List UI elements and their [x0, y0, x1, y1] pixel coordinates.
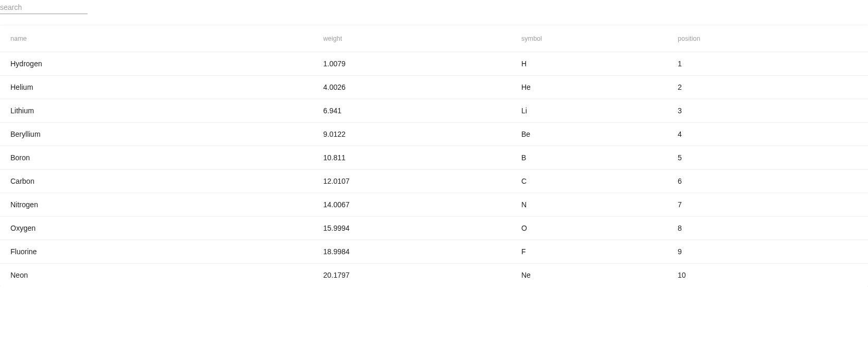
table-header-row: name weight symbol position [0, 26, 868, 52]
elements-table-container: name weight symbol position Hydrogen1.00… [0, 26, 868, 287]
cell-symbol: Ne [511, 263, 667, 287]
cell-symbol: B [511, 146, 667, 169]
cell-weight: 12.0107 [313, 169, 511, 193]
cell-position: 2 [667, 75, 868, 99]
cell-weight: 14.0067 [313, 193, 511, 216]
cell-symbol: He [511, 75, 667, 99]
table-row[interactable]: Carbon12.0107C6 [0, 169, 868, 193]
cell-position: 1 [667, 52, 868, 75]
cell-symbol: F [511, 240, 667, 263]
cell-weight: 1.0079 [313, 52, 511, 75]
cell-name: Neon [0, 263, 313, 287]
cell-position: 5 [667, 146, 868, 169]
cell-name: Boron [0, 146, 313, 169]
cell-position: 9 [667, 240, 868, 263]
cell-symbol: C [511, 169, 667, 193]
cell-position: 8 [667, 216, 868, 240]
column-header-weight[interactable]: weight [313, 26, 511, 52]
cell-position: 3 [667, 99, 868, 122]
cell-name: Carbon [0, 169, 313, 193]
table-row[interactable]: Boron10.811B5 [0, 146, 868, 169]
column-header-name[interactable]: name [0, 26, 313, 52]
cell-weight: 9.0122 [313, 122, 511, 146]
cell-position: 4 [667, 122, 868, 146]
table-row[interactable]: Beryllium9.0122Be4 [0, 122, 868, 146]
cell-name: Nitrogen [0, 193, 313, 216]
cell-weight: 15.9994 [313, 216, 511, 240]
cell-weight: 20.1797 [313, 263, 511, 287]
cell-name: Fluorine [0, 240, 313, 263]
cell-symbol: N [511, 193, 667, 216]
cell-name: Helium [0, 75, 313, 99]
cell-symbol: H [511, 52, 667, 75]
cell-symbol: O [511, 216, 667, 240]
table-row[interactable]: Fluorine18.9984F9 [0, 240, 868, 263]
table-row[interactable]: Helium4.0026He2 [0, 75, 868, 99]
cell-name: Oxygen [0, 216, 313, 240]
cell-name: Beryllium [0, 122, 313, 146]
table-row[interactable]: Oxygen15.9994O8 [0, 216, 868, 240]
table-row[interactable]: Neon20.1797Ne10 [0, 263, 868, 287]
table-row[interactable]: Nitrogen14.0067N7 [0, 193, 868, 216]
cell-weight: 18.9984 [313, 240, 511, 263]
cell-weight: 10.811 [313, 146, 511, 169]
cell-symbol: Be [511, 122, 667, 146]
column-header-position[interactable]: position [667, 26, 868, 52]
cell-position: 6 [667, 169, 868, 193]
search-input[interactable] [0, 0, 88, 14]
column-header-symbol[interactable]: symbol [511, 26, 667, 52]
cell-position: 7 [667, 193, 868, 216]
cell-name: Lithium [0, 99, 313, 122]
cell-name: Hydrogen [0, 52, 313, 75]
table-row[interactable]: Hydrogen1.0079H1 [0, 52, 868, 75]
elements-table: name weight symbol position Hydrogen1.00… [0, 26, 868, 287]
table-row[interactable]: Lithium6.941Li3 [0, 99, 868, 122]
cell-weight: 4.0026 [313, 75, 511, 99]
cell-symbol: Li [511, 99, 667, 122]
cell-position: 10 [667, 263, 868, 287]
cell-weight: 6.941 [313, 99, 511, 122]
